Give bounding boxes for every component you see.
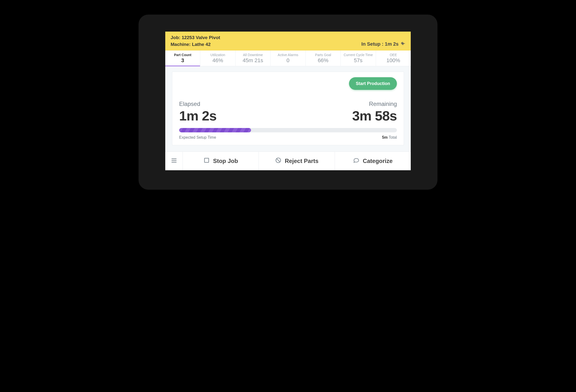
- metric-value: 45m 21s: [236, 57, 269, 64]
- metric-label: OEE: [377, 53, 410, 57]
- setup-progress-bar: [179, 128, 397, 132]
- metric-tab-utilization[interactable]: Utilization46%: [200, 51, 235, 66]
- svg-rect-3: [204, 158, 208, 162]
- metric-value: 57s: [342, 57, 374, 64]
- metric-value: 66%: [307, 57, 340, 64]
- metric-tab-part-count[interactable]: Part Count3: [165, 51, 200, 66]
- metric-label: All Downtime: [236, 53, 269, 57]
- setup-card: Start Production Elapsed 1m 2s Remaining…: [172, 72, 404, 145]
- total-label: Total: [389, 135, 397, 139]
- metric-tab-active-alarms[interactable]: Active Alarms0: [270, 51, 306, 66]
- screen: Job: 12253 Valve Pivot Machine: Lathe 42…: [165, 32, 411, 170]
- metric-tab-current-cycle-time[interactable]: Current Cycle Time57s: [341, 51, 376, 66]
- metric-tab-parts-goal[interactable]: Parts Goal66%: [306, 51, 341, 66]
- metric-tab-oee[interactable]: OEE100%: [376, 51, 411, 66]
- tablet-frame: Job: 12253 Valve Pivot Machine: Lathe 42…: [139, 15, 437, 190]
- stop-job-label: Stop Job: [213, 158, 238, 164]
- svg-line-5: [277, 158, 280, 162]
- metric-label: Active Alarms: [271, 53, 304, 57]
- total-value: 5m: [382, 135, 388, 139]
- reject-parts-button[interactable]: Reject Parts: [259, 152, 335, 170]
- elapsed-block: Elapsed 1m 2s: [179, 101, 217, 124]
- machine-label: Machine:: [171, 42, 191, 47]
- status-header: Job: 12253 Valve Pivot Machine: Lathe 42…: [165, 32, 411, 51]
- metric-label: Current Cycle Time: [342, 53, 374, 57]
- metric-label: Parts Goal: [307, 53, 340, 57]
- metric-value: 0: [271, 57, 304, 64]
- speech-bubble-icon: [353, 157, 359, 165]
- job-line: Job: 12253 Valve Pivot: [171, 35, 220, 40]
- menu-button[interactable]: [165, 152, 183, 170]
- start-production-button[interactable]: Start Production: [349, 77, 397, 90]
- stop-square-icon: [203, 157, 210, 165]
- actions-bar: Stop Job Reject Parts Categorize: [165, 152, 411, 170]
- progress-wrap: Expected Setup Time 5m Total: [179, 128, 397, 140]
- job-label: Job:: [171, 35, 180, 40]
- elapsed-value: 1m 2s: [179, 108, 217, 124]
- machine-line: Machine: Lathe 42: [171, 42, 220, 47]
- header-left: Job: 12253 Valve Pivot Machine: Lathe 42: [171, 35, 220, 47]
- remaining-label: Remaining: [369, 101, 397, 107]
- header-right: In Setup : 1m 2s: [361, 41, 405, 47]
- metric-label: Part Count: [166, 53, 199, 57]
- progress-caption: Expected Setup Time 5m Total: [179, 135, 397, 140]
- elapsed-label: Elapsed: [179, 101, 217, 107]
- activity-wave-icon: [401, 41, 405, 47]
- categorize-button[interactable]: Categorize: [335, 152, 411, 170]
- remaining-block: Remaining 3m 58s: [352, 101, 397, 124]
- job-value: 12253 Valve Pivot: [182, 35, 220, 40]
- main-area: Start Production Elapsed 1m 2s Remaining…: [165, 66, 411, 147]
- metric-tab-all-downtime[interactable]: All Downtime45m 21s: [235, 51, 270, 66]
- setup-progress-fill: [179, 128, 251, 132]
- timers: Elapsed 1m 2s Remaining 3m 58s: [179, 101, 397, 124]
- metric-value: 46%: [201, 57, 234, 64]
- machine-value: Lathe 42: [192, 42, 211, 47]
- stop-job-button[interactable]: Stop Job: [183, 152, 259, 170]
- total-time: 5m Total: [382, 135, 397, 140]
- metric-label: Utilization: [201, 53, 234, 57]
- status-text: In Setup : 1m 2s: [361, 41, 399, 47]
- remaining-value: 3m 58s: [352, 108, 397, 124]
- metric-value: 100%: [377, 57, 410, 64]
- categorize-label: Categorize: [363, 158, 393, 164]
- no-entry-icon: [275, 157, 282, 165]
- expected-setup-label: Expected Setup Time: [179, 135, 216, 140]
- reject-parts-label: Reject Parts: [285, 158, 319, 164]
- metrics-row: Part Count3Utilization46%All Downtime45m…: [165, 51, 411, 66]
- hamburger-icon: [171, 158, 177, 164]
- metric-value: 3: [166, 57, 199, 64]
